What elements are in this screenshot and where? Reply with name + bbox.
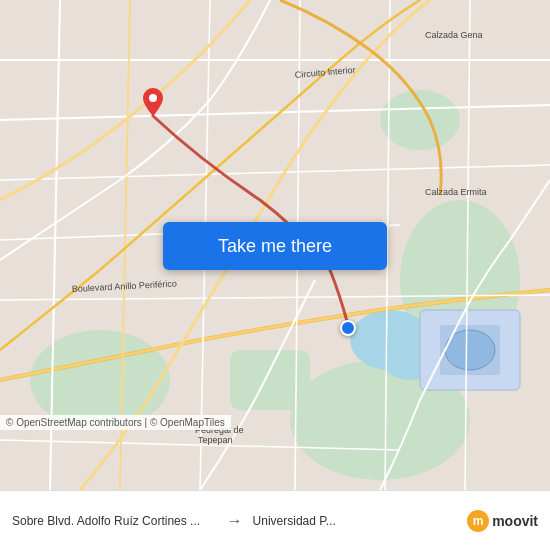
current-location-dot: [340, 320, 356, 336]
moovit-text: moovit: [492, 513, 538, 529]
svg-point-29: [149, 94, 157, 102]
svg-rect-5: [230, 350, 310, 410]
moovit-logo: m moovit: [467, 510, 538, 532]
route-to-label: Universidad P...: [253, 514, 458, 528]
arrow-icon: →: [227, 512, 243, 530]
svg-text:Calzada Gena: Calzada Gena: [425, 30, 483, 40]
moovit-icon: m: [467, 510, 489, 532]
svg-point-4: [380, 90, 460, 150]
map-container: Circuito Interior Calzada Gena Calzada E…: [0, 0, 550, 490]
route-from-label: Sobre Blvd. Adolfo Ruíz Cortines ...: [12, 514, 217, 528]
take-me-there-button[interactable]: Take me there: [163, 222, 387, 270]
svg-text:Calzada Ermita: Calzada Ermita: [425, 187, 487, 197]
svg-text:Tepepan: Tepepan: [198, 435, 233, 445]
destination-pin: [143, 88, 163, 120]
bottom-bar: Sobre Blvd. Adolfo Ruíz Cortines ... → U…: [0, 490, 550, 550]
map-attribution: © OpenStreetMap contributors | © OpenMap…: [0, 415, 231, 430]
app: Circuito Interior Calzada Gena Calzada E…: [0, 0, 550, 550]
